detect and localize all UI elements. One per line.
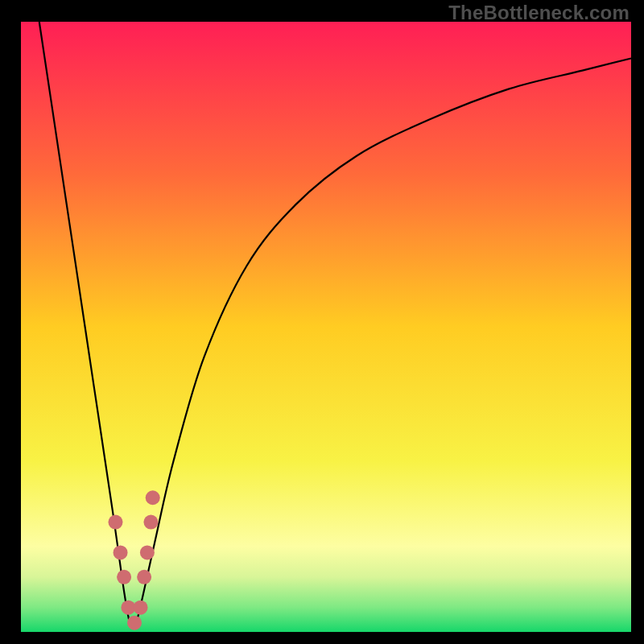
highlight-dot <box>140 545 155 559</box>
highlight-dot <box>108 515 122 530</box>
plot-background <box>21 22 631 632</box>
highlight-dot <box>117 570 131 584</box>
chart-frame: TheBottleneck.com <box>0 0 644 644</box>
highlight-dot <box>134 601 148 615</box>
highlight-dot <box>143 515 158 530</box>
highlight-dot <box>137 570 151 584</box>
highlight-dot <box>146 490 160 505</box>
bottleneck-chart-svg <box>0 0 644 644</box>
highlight-dot <box>114 545 128 559</box>
watermark-text: TheBottleneck.com <box>448 2 630 24</box>
highlight-dot <box>127 616 142 630</box>
